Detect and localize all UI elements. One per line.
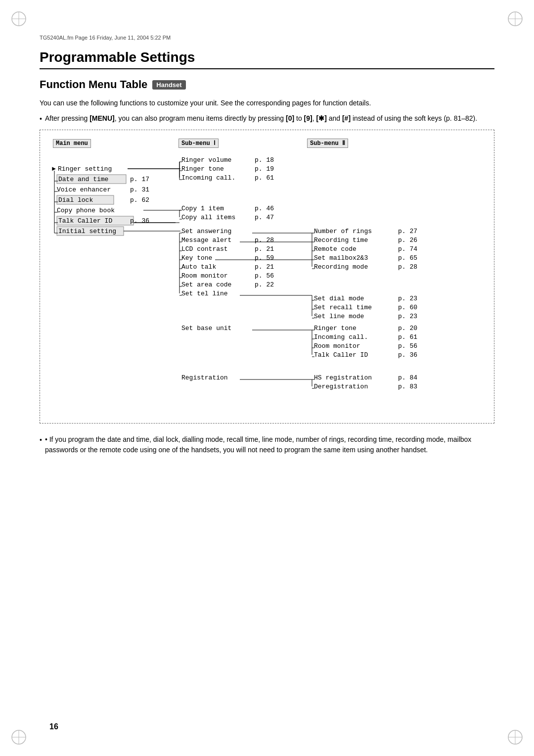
sub2-num-rings-page: p. 27 xyxy=(398,228,417,235)
main-talk-caller: Talk Caller ID xyxy=(58,217,112,225)
sub1-copy1-page: p. 46 xyxy=(255,205,274,212)
sub2-room-monitor: Room monitor xyxy=(314,342,360,350)
sub1-registration: Registration xyxy=(181,374,228,381)
sub2-ringer-tone: Ringer tone xyxy=(314,325,356,332)
main-initial: Initial setting xyxy=(58,228,116,235)
sub1-base-unit: Set base unit xyxy=(181,325,231,332)
main-dial-lock-page: p. 62 xyxy=(130,196,149,204)
menu-lines-svg: ► Ringer setting Date and time p. 17 Voi… xyxy=(47,152,492,414)
sub2-talk-caller: Talk Caller ID xyxy=(314,351,368,359)
menu-diagram: ► Ringer setting Date and time p. 17 Voi… xyxy=(47,152,487,414)
main-date-time: Date and time xyxy=(58,176,108,183)
sub1-ringer-tone: Ringer tone xyxy=(181,165,224,173)
col-headers: Main menu Sub-menu Ⅰ Sub-menu Ⅱ xyxy=(47,139,487,148)
sub1-msg-page: p. 28 xyxy=(255,236,274,244)
sub2-dial-mode-page: p. 23 xyxy=(398,295,417,302)
arrow-ringer: ► xyxy=(52,165,56,173)
sub2-rec-mode: Recording mode xyxy=(314,263,368,271)
file-info: TG5240AL.fm Page 16 Friday, June 11, 200… xyxy=(40,30,494,41)
sub2-line-mode: Set line mode xyxy=(314,313,364,320)
main-date-time-page: p. 17 xyxy=(130,176,149,183)
sub1-lcd: LCD contrast xyxy=(181,245,228,253)
sub2-hs-reg-page: p. 84 xyxy=(398,374,417,381)
sub2-rec-mode-page: p. 28 xyxy=(398,263,417,271)
sub2-dial-mode: Set dial mode xyxy=(314,295,364,302)
col-header-sub2: Sub-menu Ⅱ xyxy=(307,139,348,148)
sub2-recall-page: p. 60 xyxy=(398,304,417,311)
sub2-ringer-tone-page: p. 20 xyxy=(398,325,417,332)
handset-badge: Handset xyxy=(152,80,185,90)
section-title: Function Menu Table Handset xyxy=(40,78,494,91)
sub1-tel-line: Set tel line xyxy=(181,290,228,297)
sub1-area-page: p. 22 xyxy=(255,281,274,288)
main-dial-lock: Dial lock xyxy=(58,196,93,204)
bottom-note: • • If you program the date and time, di… xyxy=(40,434,494,456)
col-header-main: Main menu xyxy=(53,139,91,148)
sub1-copyall-page: p. 47 xyxy=(255,214,274,221)
sub2-rec-time-page: p. 26 xyxy=(398,236,417,244)
col-header-sub1: Sub-menu Ⅰ xyxy=(178,139,219,148)
main-voice-page: p. 31 xyxy=(130,186,149,193)
intro-paragraph-1: You can use the following functions to c… xyxy=(40,98,494,108)
section-title-text: Function Menu Table xyxy=(40,78,147,91)
sub2-num-rings: Number of rings xyxy=(314,228,372,235)
sub1-key-tone: Key tone xyxy=(181,254,212,262)
sub1-key-tone-page: p. 59 xyxy=(255,254,274,262)
sub1-set-ans: Set answering xyxy=(181,228,231,235)
sub1-area: Set area code xyxy=(181,281,231,288)
sub1-auto-talk: Auto talk xyxy=(181,263,216,271)
main-copy: Copy phone book xyxy=(57,207,115,214)
sub2-mailbox-page: p. 65 xyxy=(398,254,417,262)
bottom-note-text: • If you program the date and time, dial… xyxy=(45,434,494,456)
page-title: Programmable Settings xyxy=(40,49,494,65)
sub1-copy1: Copy 1 item xyxy=(181,205,224,212)
menu-table-container: Main menu Sub-menu Ⅰ Sub-menu Ⅱ ► Ringer… xyxy=(40,130,494,424)
sub2-talk-caller-page: p. 36 xyxy=(398,351,417,359)
page-number: 16 xyxy=(49,722,58,731)
main-voice: Voice enhancer xyxy=(57,186,111,193)
sub2-incoming-call-page: p. 61 xyxy=(398,333,417,341)
main-ringer: Ringer setting xyxy=(58,165,112,173)
sub1-ringer-vol: Ringer volume xyxy=(181,156,231,164)
sub2-deregistration-page: p. 83 xyxy=(398,383,417,390)
sub2-mailbox: Set mailbox2&3 xyxy=(314,254,368,262)
sub2-incoming-call: Incoming call. xyxy=(314,333,368,341)
sub2-rec-time: Recording time xyxy=(314,236,368,244)
intro-bullet-text: After pressing [MENU], you can also prog… xyxy=(45,113,477,125)
sub1-incoming-page: p. 61 xyxy=(255,174,274,182)
sub1-room-mon: Room monitor xyxy=(181,272,228,280)
sub2-room-monitor-page: p. 56 xyxy=(398,342,417,350)
sub2-remote: Remote code xyxy=(314,245,356,253)
sub1-ringer-vol-page: p. 18 xyxy=(255,156,274,164)
bottom-bullet-dot: • xyxy=(40,435,42,456)
sub2-deregistration: Deregistration xyxy=(314,383,368,390)
sub2-recall: Set recall time xyxy=(314,304,372,311)
sub1-ringer-tone-page: p. 19 xyxy=(255,165,274,173)
sub1-incoming: Incoming call. xyxy=(181,174,235,182)
sub1-lcd-page: p. 21 xyxy=(255,245,274,253)
sub2-remote-page: p. 74 xyxy=(398,245,417,253)
sub1-auto-talk-page: p. 21 xyxy=(255,263,274,271)
sub1-room-mon-page: p. 56 xyxy=(255,272,274,280)
intro-bullet: • After pressing [MENU], you can also pr… xyxy=(40,113,494,125)
main-talk-caller-page: p. 36 xyxy=(130,217,149,225)
sub2-hs-reg: HS registration xyxy=(314,374,372,381)
sub1-copyall: Copy all items xyxy=(181,214,235,221)
sub2-line-mode-page: p. 23 xyxy=(398,313,417,320)
sub1-msg-alert: Message alert xyxy=(181,236,231,244)
bullet-dot: • xyxy=(40,114,42,125)
